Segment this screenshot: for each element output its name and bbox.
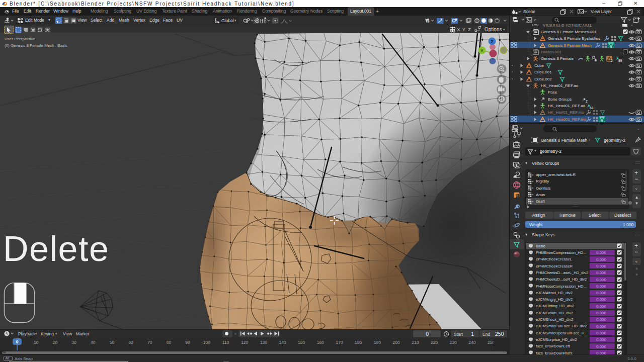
svg-text:Z: Z bbox=[491, 39, 493, 44]
svg-text:140: 140 bbox=[279, 340, 286, 345]
svg-text:10: 10 bbox=[34, 340, 39, 345]
svg-text:120: 120 bbox=[241, 340, 248, 345]
svg-text:110: 110 bbox=[222, 340, 229, 345]
svg-text:240: 240 bbox=[468, 340, 475, 345]
svg-text:60: 60 bbox=[128, 340, 133, 345]
svg-text:2: 2 bbox=[586, 100, 588, 103]
svg-text:150: 150 bbox=[298, 340, 305, 345]
svg-text:50: 50 bbox=[110, 340, 115, 345]
svg-text:Z: Z bbox=[468, 27, 471, 32]
svg-text:0: 0 bbox=[16, 339, 19, 344]
svg-text:Y: Y bbox=[480, 48, 484, 53]
svg-text:210: 210 bbox=[412, 340, 419, 345]
svg-text:230: 230 bbox=[450, 340, 457, 345]
svg-text:70: 70 bbox=[147, 340, 152, 345]
svg-text:90: 90 bbox=[185, 340, 190, 345]
svg-text:X: X bbox=[457, 27, 460, 32]
svg-text:63: 63 bbox=[590, 106, 594, 110]
svg-text:Y: Y bbox=[462, 27, 465, 32]
svg-text:160: 160 bbox=[317, 340, 324, 345]
svg-text:130: 130 bbox=[260, 340, 267, 345]
svg-text:40: 40 bbox=[91, 340, 96, 345]
svg-text:170: 170 bbox=[336, 340, 343, 345]
svg-text:30: 30 bbox=[71, 340, 76, 345]
svg-text:220: 220 bbox=[431, 340, 438, 345]
svg-text:99: 99 bbox=[618, 59, 622, 62]
svg-text:2: 2 bbox=[611, 59, 613, 62]
svg-text:100: 100 bbox=[203, 340, 210, 345]
svg-text:200: 200 bbox=[393, 340, 400, 345]
svg-text:80: 80 bbox=[167, 340, 172, 345]
svg-text:20: 20 bbox=[53, 340, 58, 345]
svg-text:190: 190 bbox=[374, 340, 381, 345]
svg-text:180: 180 bbox=[355, 340, 362, 345]
